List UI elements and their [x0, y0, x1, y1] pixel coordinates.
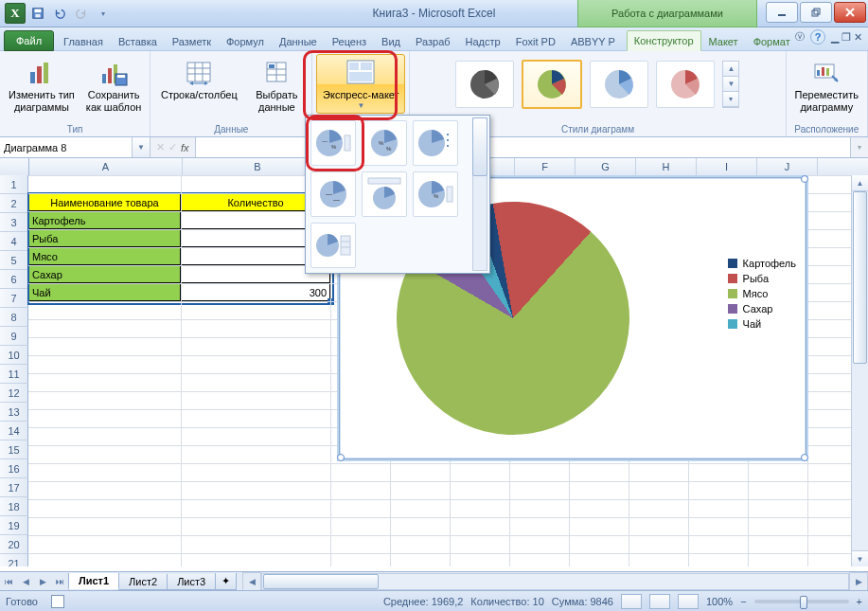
chart-handle[interactable]: [801, 175, 808, 183]
select-all-corner[interactable]: [0, 158, 29, 175]
view-pagebreak-button[interactable]: [678, 594, 699, 609]
tab-pagelayout[interactable]: Разметк: [165, 31, 219, 51]
excel-icon[interactable]: X: [5, 3, 26, 24]
cell-A3[interactable]: Картофель: [28, 211, 181, 229]
sheet-tab-1[interactable]: Лист1: [68, 573, 119, 589]
formula-input[interactable]: [196, 137, 850, 157]
zoom-in-icon[interactable]: +: [857, 596, 862, 607]
zoom-slider[interactable]: [754, 600, 849, 603]
enter-formula-icon[interactable]: ✓: [168, 141, 177, 153]
tab-abbyy[interactable]: ABBYY P: [563, 31, 623, 51]
layout-option-3[interactable]: [413, 120, 458, 166]
layout-option-4[interactable]: ——: [310, 171, 356, 217]
chart-handle[interactable]: [801, 454, 808, 461]
styles-more-icon[interactable]: ▾: [723, 92, 738, 107]
row-14[interactable]: 14: [0, 422, 28, 440]
macro-record-icon[interactable]: [51, 595, 64, 608]
hscroll-thumb[interactable]: [263, 574, 379, 589]
row-1[interactable]: 1: [0, 175, 28, 194]
switch-row-col-button[interactable]: Строка/столбец: [154, 54, 243, 104]
row-18[interactable]: 18: [0, 497, 28, 516]
quick-layout-button[interactable]: Экспресс-макет ▼: [316, 54, 405, 114]
tab-chart-layout[interactable]: Макет: [701, 31, 746, 51]
view-normal-button[interactable]: [621, 594, 642, 609]
cell-A2[interactable]: Наименование товара: [28, 193, 181, 211]
row-9[interactable]: 9: [0, 327, 28, 346]
row-19[interactable]: 19: [0, 516, 28, 535]
gallery-scroll-thumb[interactable]: [472, 117, 487, 176]
ribbon-minimize-icon[interactable]: ⓥ: [795, 30, 805, 44]
change-chart-type-button[interactable]: Изменить тип диаграммы: [4, 54, 80, 117]
col-G[interactable]: G: [576, 158, 636, 175]
legend-item-1[interactable]: Рыба: [728, 273, 796, 284]
row-15[interactable]: 15: [0, 440, 28, 459]
vertical-scrollbar[interactable]: ▲ ▼: [851, 175, 868, 566]
tab-insert[interactable]: Вставка: [111, 31, 165, 51]
tab-view[interactable]: Вид: [374, 31, 408, 51]
horizontal-scrollbar[interactable]: ◀ ▶: [242, 572, 868, 591]
tab-formulas[interactable]: Формул: [219, 31, 272, 51]
tab-foxit[interactable]: Foxit PD: [508, 31, 563, 51]
window-close-button[interactable]: [834, 2, 866, 23]
cancel-formula-icon[interactable]: ✕: [156, 141, 165, 153]
window-restore-button[interactable]: [800, 2, 832, 23]
window-minimize-button[interactable]: [766, 2, 798, 23]
cell-A4[interactable]: Рыба: [28, 229, 181, 247]
save-template-button[interactable]: Сохранить как шаблон: [81, 54, 147, 117]
styles-scroll-down-icon[interactable]: ▼: [723, 77, 738, 92]
sheet-tab-2[interactable]: Лист2: [118, 574, 168, 590]
zoom-value[interactable]: 100%: [706, 596, 733, 607]
tab-chart-format[interactable]: Формат: [746, 31, 798, 51]
row-4[interactable]: 4: [0, 232, 28, 251]
legend-item-0[interactable]: Картофель: [728, 258, 796, 269]
tab-addins[interactable]: Надстр: [458, 31, 508, 51]
view-pagelayout-button[interactable]: [649, 594, 670, 609]
layout-option-5[interactable]: [362, 171, 407, 217]
row-6[interactable]: 6: [0, 270, 28, 289]
row-20[interactable]: 20: [0, 535, 28, 554]
formula-expand-icon[interactable]: ▾: [850, 137, 868, 157]
select-data-button[interactable]: Выбрать данные: [245, 54, 308, 117]
qat-undo-icon[interactable]: [50, 4, 69, 23]
fx-icon[interactable]: fx: [181, 142, 189, 153]
row-3[interactable]: 3: [0, 213, 28, 232]
layout-option-6[interactable]: %: [413, 171, 458, 217]
qat-customize-icon[interactable]: ▾: [94, 4, 113, 23]
row-13[interactable]: 13: [0, 403, 28, 422]
hscroll-right-icon[interactable]: ▶: [849, 572, 868, 591]
row-21[interactable]: 21: [0, 554, 28, 566]
cell-A5[interactable]: Мясо: [28, 247, 181, 265]
chart-style-3[interactable]: [590, 61, 648, 108]
styles-scroll[interactable]: ▲ ▼ ▾: [722, 61, 739, 108]
selection-handle[interactable]: [328, 298, 333, 304]
name-box-dropdown-icon[interactable]: ▼: [132, 137, 150, 157]
row-16[interactable]: 16: [0, 459, 28, 478]
hscroll-left-icon[interactable]: ◀: [242, 572, 261, 591]
row-5[interactable]: 5: [0, 251, 28, 270]
workbook-close-icon[interactable]: ✕: [854, 31, 862, 44]
qat-redo-icon[interactable]: [72, 4, 91, 23]
name-box[interactable]: Диаграмма 8 ▼: [0, 137, 151, 157]
cell-A7[interactable]: Чай: [28, 283, 181, 301]
tab-nav-prev-icon[interactable]: ◀: [17, 573, 34, 590]
col-F[interactable]: F: [515, 158, 576, 175]
row-8[interactable]: 8: [0, 308, 28, 327]
col-I[interactable]: I: [697, 158, 757, 175]
zoom-knob[interactable]: [800, 596, 807, 609]
row-12[interactable]: 12: [0, 384, 28, 403]
legend-item-3[interactable]: Сахар: [728, 303, 796, 314]
tab-home[interactable]: Главная: [56, 31, 111, 51]
chart-handle[interactable]: [337, 454, 345, 461]
tab-nav-first-icon[interactable]: ⏮: [0, 573, 17, 590]
qat-save-icon[interactable]: [28, 4, 47, 23]
chart-style-4[interactable]: [656, 61, 715, 108]
hscroll-track[interactable]: [261, 573, 849, 590]
chart-legend[interactable]: Картофель Рыба Мясо Сахар Чай: [728, 254, 796, 333]
tab-developer[interactable]: Разраб: [408, 31, 458, 51]
workbook-restore-icon[interactable]: ❐: [841, 31, 851, 44]
help-icon[interactable]: ?: [810, 29, 825, 45]
row-17[interactable]: 17: [0, 478, 28, 497]
layout-option-7[interactable]: [310, 223, 356, 268]
cell-A6[interactable]: Сахар: [28, 265, 181, 283]
tab-nav-next-icon[interactable]: ▶: [34, 573, 51, 590]
